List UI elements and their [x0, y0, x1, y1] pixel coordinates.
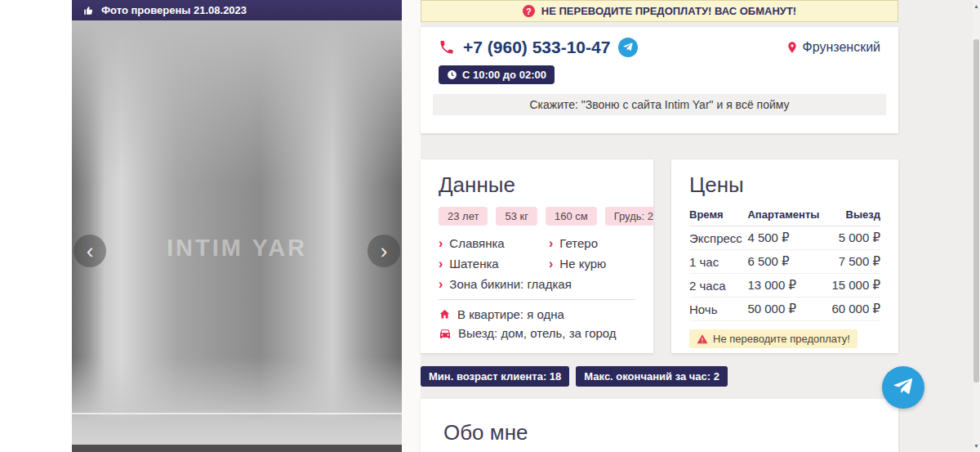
prices-card: Цены Время Апартаменты Выезд Экспресс 4 …	[671, 159, 898, 353]
watermark-text: INTIM YAR	[72, 235, 402, 262]
telegram-fab-button[interactable]	[882, 366, 924, 409]
trait-label: Славянка	[449, 236, 504, 250]
details-card: Данные 23 лет 53 кг 160 см Грудь: 2 ›Сла…	[421, 159, 653, 353]
profile-photo[interactable]: INTIM YAR ‹ ›	[72, 20, 402, 452]
price-header-row: Время Апартаменты Выезд	[689, 207, 880, 226]
details-divider	[439, 299, 635, 300]
trait-label: Гетеро	[559, 236, 598, 250]
phone-row: +7 (960) 533-10-47 Фрунзенский	[433, 38, 886, 57]
vertical-scrollbar[interactable]: ▲ ▼	[973, 0, 980, 452]
phone-icon	[439, 39, 455, 56]
chevron-right-icon: ›	[439, 257, 443, 271]
price-apartments: 13 000 ₽	[747, 274, 826, 298]
carousel-prev-button[interactable]: ‹	[74, 235, 106, 267]
price-time: Ночь	[689, 298, 747, 321]
price-time: 1 час	[689, 250, 747, 274]
prepayment-chip-label: Не переводите предоплату!	[713, 333, 850, 345]
trait-item: ›Шатенка	[439, 257, 549, 271]
about-card: Обо мне	[421, 399, 898, 452]
apartment-row: В квартире: я одна	[439, 307, 635, 321]
prepayment-warning-banner: ? НЕ ПЕРЕВОДИТЕ ПРЕДОПЛАТУ! ВАС ОБМАНУТ!	[421, 0, 898, 22]
car-icon	[439, 327, 452, 340]
price-apartments: 6 500 ₽	[747, 250, 826, 274]
scrollbar-thumb[interactable]	[973, 39, 979, 383]
telegram-plane-icon	[622, 42, 634, 53]
price-outcall: 7 500 ₽	[826, 250, 880, 274]
trait-item: ›Не курю	[549, 257, 635, 271]
limits-row: Мин. возраст клиента: 18 Макс. окончаний…	[421, 366, 728, 387]
photo-panel: Фото проверены 21.08.2023 INTIM YAR ‹ ›	[72, 0, 402, 452]
scroll-up-icon[interactable]: ▲	[973, 0, 980, 12]
phone-number[interactable]: +7 (960) 533-10-47	[463, 38, 610, 57]
max-per-hour-badge: Макс. окончаний за час: 2	[576, 366, 728, 387]
outcall-label: Выезд: дом, отель, за город	[458, 326, 617, 340]
chevron-right-icon: ›	[549, 237, 553, 250]
map-pin-icon	[786, 41, 799, 54]
trait-item: ›Гетеро	[549, 236, 635, 250]
working-hours-label: С 10:00 до 02:00	[462, 69, 546, 81]
telegram-contact-button[interactable]	[618, 38, 638, 57]
height-badge: 160 см	[546, 207, 597, 226]
trait-item: ›Зона бикини: гладкая	[439, 277, 635, 291]
page-left-margin	[0, 0, 72, 452]
clock-icon	[447, 69, 457, 80]
price-outcall: 5 000 ₽	[826, 226, 880, 250]
col-time: Время	[689, 207, 747, 226]
weight-badge: 53 кг	[496, 207, 537, 226]
price-table: Время Апартаменты Выезд Экспресс 4 500 ₽…	[689, 207, 880, 321]
age-badge: 23 лет	[439, 207, 488, 226]
table-row: Экспресс 4 500 ₽ 5 000 ₽	[689, 226, 880, 250]
chevron-right-icon: ›	[439, 237, 443, 250]
warning-triangle-icon	[697, 333, 708, 345]
district-link[interactable]: Фрунзенский	[786, 40, 880, 55]
outcall-row: Выезд: дом, отель, за город	[439, 326, 635, 340]
traits-list: ›Славянка ›Гетеро ›Шатенка ›Не курю ›Зон…	[439, 236, 635, 291]
chevron-right-icon: ›	[381, 240, 388, 262]
chevron-right-icon: ›	[549, 257, 553, 271]
min-age-badge: Мин. возраст клиента: 18	[421, 366, 569, 387]
chevron-right-icon: ›	[439, 278, 443, 291]
bust-badge: Грудь: 2	[605, 207, 653, 226]
price-apartments: 4 500 ₽	[747, 226, 826, 250]
telegram-plane-icon	[892, 376, 915, 399]
stats-badge-row: 23 лет 53 кг 160 см Грудь: 2	[439, 207, 635, 226]
trait-label: Шатенка	[449, 257, 498, 271]
carousel-next-button[interactable]: ›	[368, 235, 400, 267]
col-outcall: Выезд	[826, 207, 880, 226]
contact-card: +7 (960) 533-10-47 Фрунзенский С 10:00 д…	[421, 27, 898, 133]
photo-verified-banner: Фото проверены 21.08.2023	[72, 0, 402, 20]
about-title: Обо мне	[443, 420, 875, 445]
price-time: 2 часа	[689, 274, 747, 298]
price-outcall: 60 000 ₽	[826, 298, 880, 321]
trait-item: ›Славянка	[439, 236, 549, 250]
trait-label: Не курю	[559, 257, 606, 271]
trait-label: Зона бикини: гладкая	[449, 277, 571, 291]
prices-title: Цены	[689, 172, 880, 198]
price-apartments: 50 000 ₽	[747, 298, 826, 321]
prepayment-chip: Не переводите предоплату!	[689, 329, 858, 348]
prepayment-warning-text: НЕ ПЕРЕВОДИТЕ ПРЕДОПЛАТУ! ВАС ОБМАНУТ!	[541, 5, 796, 17]
table-row: Ночь 50 000 ₽ 60 000 ₽	[689, 298, 880, 321]
price-outcall: 15 000 ₽	[826, 274, 880, 298]
house-icon	[439, 308, 451, 320]
price-time: Экспресс	[689, 226, 747, 250]
code-phrase-strip: Скажите: "Звоню с сайта Intim Yar" и я в…	[433, 94, 886, 115]
content-column: ? НЕ ПЕРЕВОДИТЕ ПРЕДОПЛАТУ! ВАС ОБМАНУТ!…	[421, 0, 898, 452]
photo-verified-label: Фото проверены 21.08.2023	[101, 4, 247, 16]
scroll-down-icon[interactable]: ▼	[973, 440, 980, 452]
column-gap	[402, 0, 421, 452]
working-hours-badge: С 10:00 до 02:00	[439, 65, 555, 84]
thumbs-up-icon	[83, 5, 95, 16]
details-title: Данные	[439, 172, 635, 198]
chevron-left-icon: ‹	[87, 240, 94, 262]
question-circle-icon: ?	[523, 5, 535, 17]
col-apartments: Апартаменты	[747, 207, 826, 226]
table-row: 1 час 6 500 ₽ 7 500 ₽	[689, 250, 880, 274]
apartment-label: В квартире: я одна	[457, 307, 564, 321]
district-label: Фрунзенский	[803, 40, 880, 55]
table-row: 2 часа 13 000 ₽ 15 000 ₽	[689, 274, 880, 298]
